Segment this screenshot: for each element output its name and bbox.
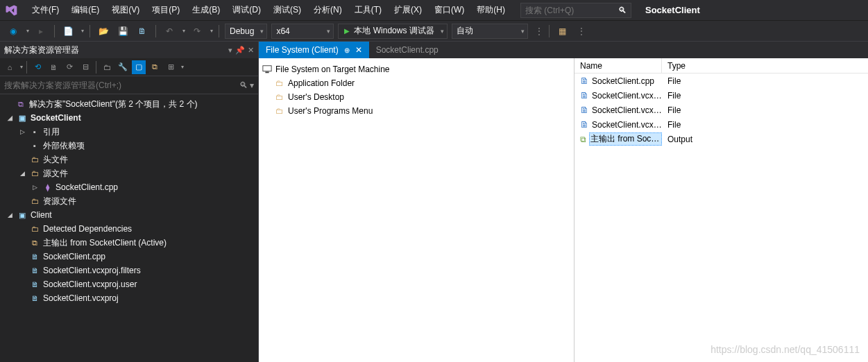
open-file-button[interactable]: 📂 [96,24,111,39]
quick-launch-search[interactable]: 🔍︎ [520,3,631,18]
tree-item[interactable]: 🗎SocketClient.cpp [0,250,258,264]
tree-item[interactable]: ▷⧫SocketClient.cpp [0,180,258,194]
tree-item[interactable]: 🗎SocketClient.vcxproj [0,291,258,305]
expander-icon[interactable]: ◢ [18,170,26,177]
start-debug-button[interactable]: ▶ 本地 Windows 调试器 [338,24,447,39]
expander-icon[interactable]: ▷ [18,128,26,135]
list-item[interactable]: 🗎SocketClient.vcxpr...File [575,117,868,132]
home-button[interactable]: ⌂ [3,60,17,74]
save-all-button[interactable]: 🗎 [135,24,150,39]
arrow-icon: ▾ [210,28,213,34]
target-machine-label: File System on Target Machine [275,64,390,74]
show-all-button[interactable]: 🗀 [100,60,114,74]
separator [96,61,96,74]
tree-item[interactable]: 🗀头文件 [0,153,258,166]
list-item[interactable]: 🗎SocketClient.vcxpr...File [575,103,868,117]
menu-build[interactable]: 生成(B) [187,1,225,19]
tree-item-label: Detected Dependencies [43,224,132,234]
tree-item[interactable]: 🗎SocketClient.vcxproj.filters [0,264,258,277]
tree-item-label: SocketClient.cpp [56,182,118,192]
save-button[interactable]: 💾 [115,24,130,39]
menu-tools[interactable]: 工具(T) [349,1,387,19]
tab-file-system[interactable]: File System (Client) ⊕ ✕ [259,42,369,58]
list-item[interactable]: 🗎SocketClient.cppFile [575,74,868,88]
ref-icon: ▪ [29,140,40,151]
expander-icon[interactable]: ▷ [31,184,39,191]
collapse-all-button[interactable]: ⊟ [78,60,92,74]
pin-icon[interactable]: ⊕ [344,46,350,54]
document-area: File System (Client) ⊕ ✕ SocketClient.cp… [259,42,868,362]
menu-extensions[interactable]: 扩展(X) [389,1,427,19]
solution-root[interactable]: ⧉ 解决方案"SocketClient"(第 2 个项目，共 2 个) [0,97,258,111]
menu-help[interactable]: 帮助(H) [471,1,511,19]
list-item[interactable]: 🗎SocketClient.vcxpr...File [575,88,868,103]
tree-item[interactable]: 🗀资源文件 [0,194,258,208]
new-project-button[interactable]: 📄 [60,24,76,39]
item-name: SocketClient.cpp [592,76,654,86]
search-icon: 🔍︎ ▾ [239,80,254,90]
config-dropdown[interactable]: Debug [225,24,267,39]
separator [26,61,27,74]
separator [219,25,219,37]
menu-debug[interactable]: 调试(D) [227,1,266,19]
tree-item[interactable]: ◢▣SocketClient [0,111,258,125]
pin-icon[interactable]: 📌 [235,46,245,55]
column-header-type[interactable]: Type [662,58,868,73]
menu-analyze[interactable]: 分析(N) [308,1,348,19]
panel-search-bar[interactable]: 🔍︎ ▾ [0,76,258,94]
pending-changes-button[interactable]: 🗎 [46,60,60,74]
separator [155,25,156,37]
document-icon: 🗎 [580,90,589,101]
sync-button[interactable]: ⟲ [31,60,44,74]
solution-search-input[interactable] [4,80,212,90]
auto-dropdown[interactable]: 自动 [452,24,528,39]
folder-icon: 🗀 [29,196,40,207]
tree-item-label: 主输出 from SocketClient (Active) [43,237,167,249]
view-code-button[interactable]: ⧉ [148,60,162,74]
preview-button[interactable]: ▢ [132,60,146,74]
fs-folder-item[interactable]: 🗀Application Folder [262,76,571,90]
nav-forward-button[interactable]: ▸ [33,24,49,39]
folder-label: User's Programs Menu [288,106,373,116]
redo-button[interactable]: ↷ [189,24,205,39]
tree-item[interactable]: ▪外部依赖项 [0,139,258,153]
tree-item[interactable]: ◢🗀源文件 [0,166,258,180]
menu-view[interactable]: 视图(V) [106,1,145,19]
fs-folder-item[interactable]: 🗀User's Programs Menu [262,104,571,118]
properties-button[interactable]: 🔧 [116,60,130,74]
refresh-button[interactable]: ⟳ [62,60,76,74]
platform-dropdown[interactable]: x64 [271,24,334,39]
target-machine-node[interactable]: File System on Target Machine [262,62,571,76]
close-icon[interactable]: ✕ [248,46,254,55]
item-type: File [662,103,868,117]
menu-window[interactable]: 窗口(W) [429,1,470,19]
tree-item[interactable]: ▷▪引用 [0,125,258,139]
tree-item-label: SocketClient.vcxproj [43,293,119,303]
view-class-button[interactable]: ⊞ [164,60,178,74]
tab-socketclient-cpp[interactable]: SocketClient.cpp [369,42,445,58]
expander-icon[interactable]: ◢ [6,212,14,218]
toolbar-extra-button[interactable]: ▦ [555,24,570,39]
nav-back-button[interactable]: ◉ [6,24,21,39]
fs-folder-item[interactable]: 🗀User's Desktop [262,90,571,104]
menu-test[interactable]: 测试(S) [268,1,307,19]
tree-item[interactable]: 🗀Detected Dependencies [0,222,258,236]
item-name: SocketClient.vcxpr... [592,120,662,130]
folder-icon: 🗀 [274,78,285,89]
undo-button[interactable]: ↶ [162,24,177,39]
file-system-editor: File System on Target Machine 🗀Applicati… [259,58,868,362]
close-icon[interactable]: ✕ [355,45,362,55]
expander-icon[interactable]: ◢ [6,114,14,121]
tree-item[interactable]: ◢▣Client [0,208,258,222]
menu-edit[interactable]: 编辑(E) [66,1,105,19]
menu-file[interactable]: 文件(F) [26,1,65,19]
item-name: SocketClient.vcxpr... [592,91,662,101]
tree-item[interactable]: ⧉主输出 from SocketClient (Active) [0,236,258,250]
dropdown-icon[interactable]: ▾ [228,46,232,55]
list-item[interactable]: ⧉主输出 from Sock...Output [575,132,868,146]
column-header-name[interactable]: Name [575,58,662,73]
search-input[interactable] [525,6,615,15]
tree-item[interactable]: 🗎SocketClient.vcxproj.user [0,277,258,291]
tree-item-label: 源文件 [43,168,68,180]
menu-project[interactable]: 项目(P) [146,1,185,19]
